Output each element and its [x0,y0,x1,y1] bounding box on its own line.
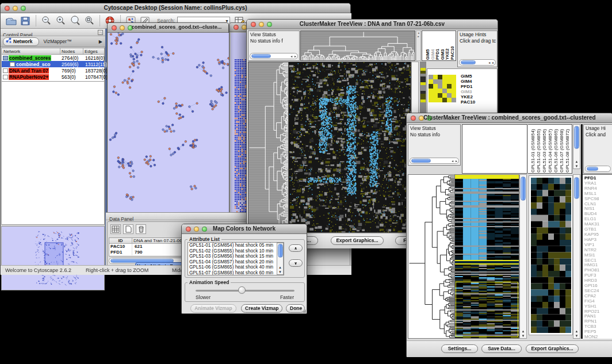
gene-id: PAC10 [109,244,132,250]
move-down-button[interactable]: ∨ [289,259,303,267]
create-vizmap-button[interactable]: Create Vizmap [241,304,282,313]
delete-attribute-icon[interactable] [136,224,146,234]
tv2-column-label[interactable]: GPL51-08 (GSM872) [565,125,570,173]
tv2-view-status-panel: View Status No status info [408,124,461,166]
tv2-column-label[interactable]: GPL51-02 (GSM855) [536,125,541,173]
treeview1-title-bar[interactable]: ClusterMaker TreeView : DNA and Tran 07-… [247,20,498,29]
attribute-list-vscrollbar[interactable] [277,243,284,275]
tv1-gene-label[interactable]: GIM5 [461,74,475,79]
network-canvas-1[interactable] [108,33,229,214]
tv2-save-data-button[interactable]: Save Data... [481,344,522,353]
network-tree-list: combined_scores2764(0)16218(0)combined_s… [1,55,105,81]
tv2-column-label[interactable]: GPL51-01 (GSM854) [530,125,536,173]
tv1-column-label[interactable]: PFD1 [435,31,440,60]
move-up-button[interactable]: ∧ [289,244,303,252]
tv1-gene-label[interactable]: PAC10 [461,99,475,105]
zoom-out-icon[interactable] [40,15,52,27]
tv1-heatmap[interactable] [289,62,411,233]
id-column-header[interactable]: ID [109,238,132,243]
tv1-gene-label[interactable]: PFD1 [461,84,475,89]
dialog-title-bar[interactable]: Map Colors to Network [182,224,307,234]
col-edges[interactable]: Edges [83,48,104,54]
tv1-row-dendrogram[interactable] [248,62,289,233]
tv2-status-scrollbar[interactable] [410,158,459,164]
gene-id: PFD1 [109,250,132,255]
tv2-usage-hints-panel: Usage Hi Click and [583,124,612,174]
attribute-list-item[interactable]: GPL51-02 (GSM855) heat shock 10 min [189,248,284,254]
new-attribute-icon[interactable] [123,224,133,234]
zoom-in-icon[interactable] [55,15,67,27]
tv2-zoom-vscrollbar[interactable] [573,174,580,339]
close-button[interactable] [234,25,239,30]
network-tree-row[interactable]: combined_sco2569(6)13112(15) [2,61,104,67]
tv1-summary-matrix[interactable] [429,75,456,102]
data-table-row[interactable]: PFD1790 [109,250,183,255]
tv1-export-graphics-button[interactable]: Export Graphics... [331,236,384,245]
tv1-gene-label[interactable]: GIM3 [461,89,475,94]
tv1-tree-splitter[interactable]: ◂▸ [416,30,421,61]
tv2-settings-button[interactable]: Settings... [441,344,478,353]
open-file-icon[interactable] [5,15,17,27]
attribute-list-item[interactable]: GPL51-06 (GSM865) heat shock 40 min [189,265,284,270]
speed-slider-thumb[interactable] [238,286,246,294]
save-icon[interactable] [20,15,32,27]
tv2-collabels-vscrollbar[interactable] [573,124,580,169]
tv2-row-dendrogram[interactable] [408,174,455,339]
float-panel-icon[interactable]: ◳ [98,30,103,35]
attribute-list[interactable]: GPL51-01 (GSM854) heat shock 05 minGPL51… [188,242,284,275]
data-table-row[interactable]: PAC10621 [109,244,183,250]
animate-vizmap-button[interactable]: Animate Vizmap [190,304,236,313]
tv2-column-label[interactable]: GPL51-03 (GSM856) [542,125,547,173]
attribute-list-item[interactable]: GPL51-01 (GSM854) heat shock 05 min [189,243,284,248]
tv1-usage-scrollbar[interactable] [459,59,496,66]
status-welcome: Welcome to Cytoscape 2.6.2 [5,267,71,273]
zoom-fit-icon[interactable] [83,15,95,27]
tv2-usage-line1: Usage Hi [584,125,612,131]
col-nodes[interactable]: Nodes [60,48,83,54]
tv1-gene-label[interactable]: GIM4 [461,79,475,84]
tab-network[interactable]: Network [3,37,39,46]
gene-label[interactable]: MON2 [584,335,612,339]
tv2-export-graphics-button[interactable]: Export Graphics... [526,344,579,353]
matrix-cell [433,84,438,89]
tv2-heatmap-vscrollbar[interactable] [519,174,527,339]
tv1-gene-label[interactable]: YKE2 [461,94,475,99]
resize-grip[interactable]: ◢ [303,308,306,313]
attribute-list-item[interactable]: GPL51-04 (GSM857) heat shock 20 min [189,259,284,265]
treeview2-title-bar[interactable]: ClusterMaker TreeView : combined_scores_… [407,113,612,123]
tab-vizmapper[interactable]: VizMapper™ [39,39,76,44]
tv2-column-label[interactable]: GPL51-04 (GSM857) [548,125,553,173]
control-panel-tabs: Network VizMapper™ ▶ [1,36,105,47]
tv1-column-label[interactable]: GIM5 [425,31,430,60]
tv1-status-scrollbar[interactable] [250,53,298,59]
network-tree-row[interactable]: RNAPuberNov2+563(0)107847(0) [2,74,104,80]
value-column-header[interactable]: DNA and Tran 07-21-06 [132,238,183,243]
tv2-usage-scrollbar[interactable] [585,166,611,172]
control-panel: Control Panel ◳ Network VizMapper™ ▶ Net… [1,29,105,265]
matrix-cell [447,93,452,98]
zoom-selected-icon[interactable] [69,15,81,27]
attribute-list-label: Attribute List [188,236,221,242]
tv2-column-label[interactable]: GPL51-06 (GSM865) [553,125,559,173]
tv2-column-tree-area [462,124,527,174]
network-tree-row[interactable]: DNA and Tran 07769(0)183728(0) [2,67,104,74]
matrix-cell [442,79,447,84]
document-icon [10,62,15,67]
tv1-column-dendrogram[interactable] [300,30,415,61]
main-title-bar[interactable]: Cytoscape Desktop (Session Name: collins… [1,3,350,13]
tv2-zoom-panel[interactable] [529,175,573,335]
tab-overflow-icon[interactable]: ▶ [99,39,102,44]
tv1-column-label[interactable]: PAC10 [450,31,455,60]
tv1-view-status-line1: View Status [248,31,299,37]
col-network[interactable]: Network [2,48,60,54]
attribute-list-item[interactable]: GPL51-07 (GSM868) heat shock 60 min [189,270,284,275]
tv2-column-label[interactable]: GPL51-07 (GSM868) [559,125,564,173]
birdseye-view[interactable] [1,226,105,290]
network-tree-row[interactable]: combined_scores2764(0)16218(0) [2,55,104,61]
matrix-cell [452,89,456,93]
table-icon-button[interactable] [110,224,121,234]
matrix-cell [447,79,452,84]
attribute-list-item[interactable]: GPL51-03 (GSM856) heat shock 15 min [189,254,284,259]
tv1-column-label[interactable]: YKE2 [445,31,450,60]
tv2-heatmap[interactable] [455,174,519,339]
